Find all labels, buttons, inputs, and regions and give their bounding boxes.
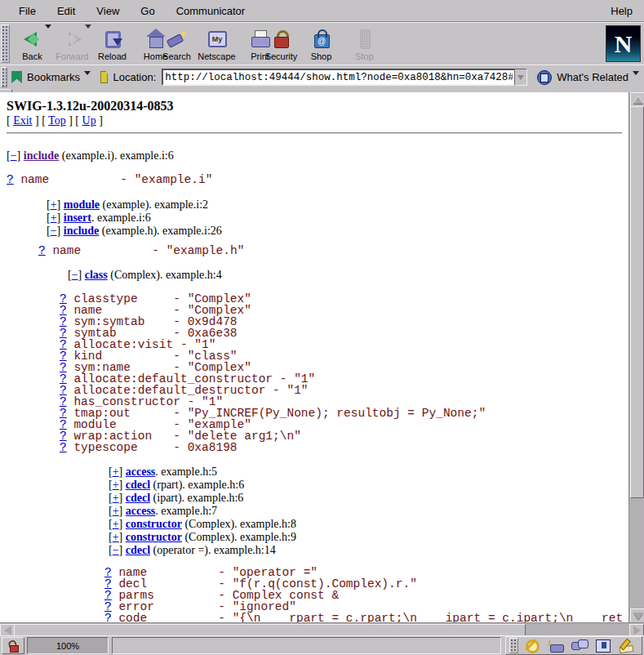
reload-icon <box>101 29 124 50</box>
node-tag-link[interactable]: access <box>126 466 156 478</box>
toolbar-button-label: Back <box>22 51 42 61</box>
netscape-logo[interactable]: N <box>606 25 641 62</box>
node-tag-link[interactable]: constructor <box>126 531 182 543</box>
menu-help[interactable]: Help <box>599 2 644 20</box>
node-tag-link[interactable]: module <box>64 198 100 211</box>
node-tag-link[interactable]: cdecl <box>126 544 150 556</box>
status-bar: 100% <box>0 635 644 655</box>
node-toggle-link[interactable]: + <box>113 505 119 517</box>
search-button[interactable]: Search <box>158 25 196 63</box>
node-toggle-link[interactable]: + <box>113 518 119 530</box>
print-button[interactable]: Print <box>260 25 260 63</box>
node-toggle-link[interactable]: + <box>113 531 119 543</box>
down-arrow-icon <box>633 613 643 620</box>
page-nav-links: [ Exit ] [ Top ] [ Up ] <box>7 114 628 127</box>
forward-arrow-icon <box>61 29 84 50</box>
node-tag-link[interactable]: include <box>24 149 60 162</box>
node-toggle-link[interactable]: − <box>11 149 17 162</box>
vertical-scrollbar[interactable] <box>628 92 644 622</box>
discussions-icon[interactable] <box>571 639 588 653</box>
attr-query-link[interactable]: ? <box>60 441 67 454</box>
toolbar-button-label: Stop <box>355 51 374 61</box>
tree-attr-row: ? sym:name - "Complex" <box>60 362 628 373</box>
node-toggle-link[interactable]: + <box>51 212 57 224</box>
nav-link-top[interactable]: Top <box>48 114 66 127</box>
menu-edit[interactable]: Edit <box>47 2 86 20</box>
url-dropdown-button[interactable] <box>514 69 527 86</box>
attr-query-link[interactable]: ? <box>104 612 112 622</box>
reload-button[interactable]: Reload <box>93 25 131 63</box>
tree-attr-row: ? tmap:out - "Py_INCREF(Py_None); result… <box>60 408 628 419</box>
security-status-button[interactable] <box>2 637 24 654</box>
toolbar-button-label: Reload <box>98 51 127 61</box>
composer-icon[interactable] <box>618 639 635 653</box>
node-toggle-link[interactable]: + <box>113 492 119 504</box>
node-toggle-link[interactable]: + <box>113 479 119 491</box>
node-tag-link[interactable]: cdecl <box>126 479 150 491</box>
horizontal-scrollbar[interactable] <box>0 622 644 635</box>
horizontal-scroll-thumb[interactable] <box>14 624 526 636</box>
tree-attr-row: ? allocate:visit - "1" <box>60 339 628 350</box>
navigator-wheel-icon[interactable] <box>523 639 540 653</box>
mailbox-icon[interactable] <box>547 639 564 653</box>
progress-meter: 100% <box>27 637 109 654</box>
node-detail-text: (Complex). example.h:8 <box>182 518 296 530</box>
vertical-scroll-thumb[interactable] <box>630 106 644 498</box>
node-tag-link[interactable]: cdecl <box>126 492 150 504</box>
nav-link-up[interactable]: Up <box>82 114 96 127</box>
menu-communicator[interactable]: Communicator <box>166 2 256 20</box>
home-button[interactable]: Home <box>155 25 156 63</box>
menu-go[interactable]: Go <box>130 2 165 20</box>
attr-query-link[interactable]: ? <box>7 173 14 186</box>
shop-button[interactable]: Shop <box>302 25 340 63</box>
node-toggle-link[interactable]: − <box>51 225 57 237</box>
dropdown-arrow-icon <box>45 25 51 29</box>
toolbar-grip[interactable] <box>1 25 10 63</box>
node-tag-link[interactable]: include <box>64 225 100 237</box>
shop-bag-icon <box>310 29 333 50</box>
node-detail-text: (example.h). example.i:26 <box>99 225 221 237</box>
scroll-down-button[interactable] <box>630 608 644 623</box>
status-message-area <box>112 637 501 654</box>
attr-query-link[interactable]: ? <box>38 244 46 257</box>
whats-related-globe-icon <box>537 70 552 85</box>
node-toggle-link[interactable]: − <box>72 269 78 281</box>
location-toolbar-grip[interactable] <box>1 67 7 87</box>
node-detail-text: . example.h:7 <box>155 505 217 517</box>
node-toggle-link[interactable]: − <box>113 544 119 556</box>
spacer <box>7 453 7 466</box>
node-toggle-link[interactable]: + <box>113 466 119 478</box>
nav-link-exit[interactable]: Exit <box>13 114 32 127</box>
security-button[interactable]: Security <box>262 25 300 63</box>
node-tag-link[interactable]: class <box>85 269 108 281</box>
tree-node-row: [+] constructor (Complex). example.h:9 <box>109 531 628 544</box>
page-proxy-icon[interactable] <box>100 71 108 83</box>
back-button[interactable]: Back <box>13 25 51 63</box>
menu-view[interactable]: View <box>86 2 130 20</box>
url-field-group <box>162 69 527 86</box>
menu-file[interactable]: File <box>8 2 47 20</box>
forward-button: Forward <box>53 25 91 63</box>
tree-attr-row: ? code - "{\n rpart = c.rpart;\n ipart =… <box>104 613 628 622</box>
netscape-button[interactable]: Netscape <box>198 25 236 63</box>
tree-node-row: [+] cdecl (ipart). example.h:6 <box>109 492 628 505</box>
tree-node-row: [+] access. example.h:7 <box>109 505 628 518</box>
toolbar-buttons: BackForwardReloadHomeSearchNetscapePrint… <box>11 23 601 65</box>
node-tag-link[interactable]: insert <box>64 212 91 224</box>
scroll-up-button[interactable] <box>630 92 644 107</box>
component-bar-grip[interactable] <box>509 638 518 653</box>
spacer <box>7 282 7 293</box>
attr-text: name - "example.h" <box>46 244 245 257</box>
address-book-icon[interactable] <box>594 639 611 653</box>
node-toggle-link[interactable]: + <box>51 198 57 211</box>
bookmarks-button[interactable]: Bookmarks <box>8 69 95 85</box>
back-arrow-icon <box>21 29 44 50</box>
whats-related-button[interactable]: What's Related <box>532 69 644 87</box>
node-detail-text: (operator =). example.h:14 <box>150 544 276 556</box>
tree-attr-row: ? module - "example" <box>60 419 628 430</box>
node-tag-link[interactable]: access <box>126 505 156 517</box>
url-input[interactable] <box>162 69 514 86</box>
node-tag-link[interactable]: constructor <box>126 518 182 530</box>
location-label: Location: <box>113 71 156 83</box>
tree-attr-row: ? parms - Complex const & <box>104 590 628 601</box>
